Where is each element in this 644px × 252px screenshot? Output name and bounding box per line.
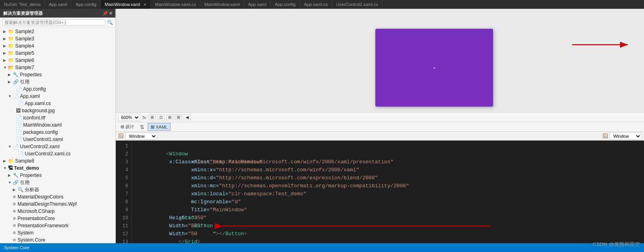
pin-icon[interactable]: 📌 bbox=[103, 11, 107, 16]
window-icon-right: 🪟 bbox=[602, 133, 608, 139]
tab-app-xaml2[interactable]: App.xaml bbox=[244, 0, 271, 9]
tree-item-properties[interactable]: ▶ 🔧 Properties bbox=[0, 71, 115, 78]
close-sidebar-icon[interactable]: ✕ bbox=[109, 11, 112, 16]
sidebar-header: 解决方案资源管理器 📌 ✕ bbox=[0, 9, 115, 18]
tree-item-sample2[interactable]: ▶ 📁 Sample2 bbox=[0, 28, 115, 35]
tree-item-sample7[interactable]: ▼ 📂 Sample7 bbox=[0, 64, 115, 71]
properties-icon: 🔧 bbox=[13, 173, 19, 178]
tab-mainwindow-xaml2[interactable]: MainWindow.xaml bbox=[200, 0, 244, 9]
tree-item-usercontrol2[interactable]: ▼ 📄 UserControl2.xaml bbox=[0, 143, 115, 150]
align-btn[interactable]: ⊞ bbox=[166, 114, 173, 120]
no-arrow: ⚙ bbox=[13, 238, 18, 242]
expand-arrow: ▶ bbox=[8, 173, 13, 177]
status-bar: System Core bbox=[0, 243, 644, 252]
tree-item-usercontrol1[interactable]: 📄 UserControl1.xaml bbox=[0, 136, 115, 143]
formula-icon: fx bbox=[143, 115, 146, 120]
tree-item-sample6[interactable]: ▶ 📁 Sample6 bbox=[0, 57, 115, 64]
tab-app-xaml-cs[interactable]: App.xaml.cs bbox=[300, 0, 332, 9]
no-arrow: ⚙ bbox=[13, 216, 18, 220]
tab-app-config2[interactable]: App.config bbox=[271, 0, 300, 9]
sidebar-header-icons: 📌 ✕ bbox=[103, 11, 112, 16]
expand-arrow: ▶ bbox=[3, 37, 8, 41]
folder-icon: 📁 bbox=[8, 50, 14, 56]
close-tab-icon[interactable]: ✕ bbox=[143, 2, 147, 7]
no-arrow: ⚙ bbox=[13, 202, 18, 206]
code-content[interactable]: <Window x:Class="Test_demo.MainWindow" x… bbox=[132, 141, 644, 243]
tab-mainwindow-xaml-active[interactable]: MainWindow.xaml ✕ bbox=[101, 0, 151, 9]
tree-item-appxaml[interactable]: ▼ 📄 App.xaml bbox=[0, 93, 115, 100]
tree-item-sample5[interactable]: ▶ 📁 Sample5 bbox=[0, 50, 115, 57]
cs-icon: 📄 bbox=[18, 101, 24, 106]
folder-icon: 📁 bbox=[8, 158, 14, 164]
tree-item-background[interactable]: 🖼 background.jpg bbox=[0, 107, 115, 114]
tree-item-presentation-fw[interactable]: ⚙ PresentationFramework bbox=[0, 222, 115, 229]
grid-btn[interactable]: ⊞ bbox=[149, 114, 156, 120]
code-line-13: </Window> bbox=[135, 238, 641, 243]
cs-icon: 📄 bbox=[18, 151, 24, 157]
view-toggle: ⊞ 设计 ⇅ ▦ XAML bbox=[116, 122, 644, 132]
code-editor[interactable]: 1 2 3 4 5 6 7 8 9 10 11 12 13 <Window x:… bbox=[116, 141, 644, 243]
zoom-select[interactable]: 600% bbox=[118, 114, 140, 121]
code-line-10: <Button Width="50 bbox=[135, 214, 641, 222]
tab-app-config[interactable]: App.config bbox=[71, 0, 101, 9]
main-area: 解决方案资源管理器 📌 ✕ 🔍 ▶ 📁 Sample2 ▶ 📁 Sample bbox=[0, 9, 644, 243]
tree-item-sample4[interactable]: ▶ 📁 Sample4 bbox=[0, 42, 115, 50]
snap-btn[interactable]: ⊡ bbox=[157, 114, 164, 120]
watermark: CSDN @黄昏和星空 bbox=[592, 241, 640, 248]
tree-item-packages[interactable]: 📄 packages.config bbox=[0, 129, 115, 136]
expand-btn[interactable]: ◀ bbox=[184, 114, 191, 120]
tree-item-mainwindowxaml[interactable]: 📄 MainWindow.xaml bbox=[0, 121, 115, 129]
tree-item-td-ref[interactable]: ▼ 🔗 引用 bbox=[0, 179, 115, 186]
tree-item-usercontrol2cs[interactable]: 📄 UserControl2.xaml.cs bbox=[0, 150, 115, 157]
expand-arrow: ▼ bbox=[8, 94, 13, 98]
status-text: System Core bbox=[4, 245, 30, 250]
tree-item-md-colors[interactable]: ⚙ MaterialDesignColors bbox=[0, 193, 115, 200]
right-dropdown[interactable]: Window bbox=[610, 133, 642, 140]
folder-icon: 📁 bbox=[8, 29, 14, 34]
tree-item-system[interactable]: ⚙ System bbox=[0, 229, 115, 236]
code-line-11: "></Button> bbox=[135, 222, 641, 230]
sidebar-title: 解决方案资源管理器 bbox=[3, 10, 43, 16]
tree-item-sample3[interactable]: ▶ 📁 Sample3 bbox=[0, 35, 115, 42]
properties-icon: 🔧 bbox=[13, 72, 19, 77]
reference-icon: 🔗 bbox=[13, 180, 19, 185]
tree-item-testdemo[interactable]: ▼ 🏗 Test_demo bbox=[0, 165, 115, 172]
left-dropdown[interactable]: Window bbox=[125, 133, 157, 140]
tree-item-iconfont[interactable]: 📄 iconfont.ttf bbox=[0, 114, 115, 121]
tree-item-appxamlcs[interactable]: 📄 App.xaml.cs bbox=[0, 100, 115, 107]
editor-toolbar: 600% fx ⊞ ⊡ ⊞ ⊞ ◀ bbox=[116, 113, 644, 122]
snap2-btn[interactable]: ⊞ bbox=[175, 114, 182, 120]
tab-nuget[interactable]: NuGet: Test_demo bbox=[0, 0, 45, 9]
design-btn[interactable]: ⊞ 设计 bbox=[118, 123, 137, 131]
tree-item-sample8[interactable]: ▶ 📁 Sample8 bbox=[0, 157, 115, 165]
xaml-btn[interactable]: ▦ XAML bbox=[148, 123, 170, 131]
tree-item-ref[interactable]: ▶ 🔗 引用 bbox=[0, 78, 115, 85]
expand-arrow: ▶ bbox=[3, 159, 8, 163]
tree-item-appconfig[interactable]: 📄 App.config bbox=[0, 85, 115, 93]
expand-arrow: ▼ bbox=[3, 166, 8, 170]
xaml-icon: 📄 bbox=[13, 144, 19, 149]
xaml-icon: 📄 bbox=[13, 93, 19, 99]
tree-item-md-themes[interactable]: ⚙ MaterialDesignThemes.Wpf bbox=[0, 200, 115, 208]
toggle-arrow-icon: ⇅ bbox=[140, 124, 145, 130]
expand-arrow: ▶ bbox=[8, 80, 13, 84]
folder-icon: 📁 bbox=[8, 58, 14, 63]
sidebar: 解决方案资源管理器 📌 ✕ 🔍 ▶ 📁 Sample2 ▶ 📁 Sample bbox=[0, 9, 116, 243]
search-icon[interactable]: 🔍 bbox=[107, 20, 113, 25]
tab-bar: NuGet: Test_demo App.xaml App.config Mai… bbox=[0, 0, 644, 9]
tree-item-td-properties[interactable]: ▶ 🔧 Properties bbox=[0, 172, 115, 179]
tab-usercontrol2-cs[interactable]: UserControl2.xaml.cs bbox=[332, 0, 382, 9]
tab-app-xaml[interactable]: App.xaml bbox=[45, 0, 72, 9]
tab-mainwindow-cs[interactable]: MainWindow.xaml.cs bbox=[151, 0, 200, 9]
folder-icon: 📁 bbox=[8, 43, 14, 49]
tree-item-system-core[interactable]: ⚙ System.Core bbox=[0, 236, 115, 243]
expand-arrow: ▼ bbox=[8, 181, 13, 185]
project-icon: 🏗 bbox=[8, 165, 13, 171]
tree-item-analyzer[interactable]: ▶ 🔍 分析器 bbox=[0, 186, 115, 193]
code-selector-bar: 🪟 Window 🪟 Window bbox=[116, 132, 644, 141]
editor-area: 600% fx ⊞ ⊡ ⊞ ⊞ ◀ ⊞ 设计 ⇅ ▦ XAML 🪟 bbox=[116, 9, 644, 243]
tree-item-presentation-core[interactable]: ⚙ PresentationCore bbox=[0, 215, 115, 222]
expand-arrow: ▶ bbox=[3, 51, 8, 55]
search-input[interactable] bbox=[2, 19, 105, 26]
tree-item-ms-csharp[interactable]: ⚙ Microsoft.CSharp bbox=[0, 208, 115, 215]
